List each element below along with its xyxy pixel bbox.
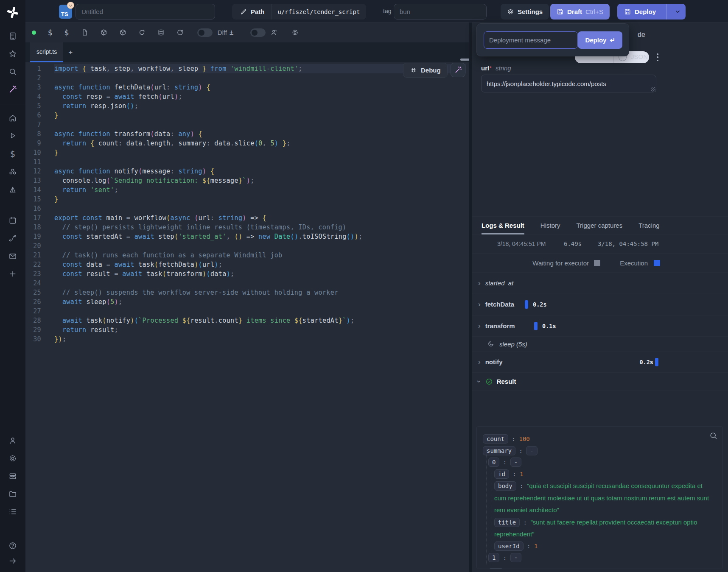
plus-icon: + (68, 48, 73, 57)
execution-bar (655, 358, 658, 366)
diff-toggle[interactable] (197, 28, 213, 37)
chevron-right-icon[interactable]: › (478, 301, 481, 308)
debug-button[interactable]: Debug (403, 63, 448, 78)
step-name: started_at (485, 279, 514, 287)
tab-tracing[interactable]: Tracing (638, 217, 659, 234)
script-summary-input[interactable] (76, 4, 215, 20)
chevron-right-icon[interactable]: › (478, 322, 481, 329)
variables-icon[interactable]: $ (10, 149, 15, 159)
flows-icon[interactable] (8, 234, 17, 243)
json-key-pill[interactable]: title (494, 518, 520, 527)
settings-gear-icon[interactable] (8, 454, 17, 463)
audit-logs-icon[interactable] (8, 508, 17, 516)
reload-icon[interactable] (176, 29, 184, 36)
pane-splitter[interactable] (469, 22, 472, 572)
edit-path-button[interactable]: Path (232, 4, 272, 20)
json-key-pill[interactable]: 1 (488, 553, 499, 562)
ts-label: TS (61, 11, 68, 17)
mail-icon[interactable] (8, 252, 17, 260)
workspace-icon[interactable] (8, 32, 17, 40)
url-arg-input[interactable] (481, 75, 656, 92)
user-icon[interactable] (8, 436, 17, 445)
tag-label: tag (383, 8, 391, 14)
ai-assistant-button[interactable] (451, 63, 465, 77)
schedules-icon[interactable] (8, 216, 17, 225)
path-label: Path (251, 8, 265, 15)
draft-label: Draft (567, 8, 582, 15)
chevron-right-icon[interactable]: › (478, 358, 481, 366)
json-key-pill[interactable]: 0 (488, 458, 499, 467)
step-row-result[interactable]: › Result (472, 373, 728, 391)
json-value[interactable]: - (510, 458, 521, 467)
add-item-icon[interactable] (8, 270, 17, 278)
json-value[interactable]: - (526, 446, 537, 455)
folders-icon[interactable] (8, 490, 17, 498)
save-icon (557, 8, 564, 15)
step-row-fetchdata[interactable]: › fetchData 0.2s (472, 293, 728, 315)
add-tab-button[interactable]: + (63, 42, 78, 62)
windmill-logo-icon[interactable] (6, 6, 20, 19)
package-icon[interactable] (100, 29, 107, 36)
expand-sidebar-icon[interactable] (8, 557, 17, 565)
sidebar: $ (0, 0, 25, 572)
tab-script-ts[interactable]: script.ts (30, 42, 63, 62)
code-lines[interactable]: import { task, step, workflow, sleep } f… (54, 64, 469, 344)
database-icon[interactable] (157, 29, 165, 36)
favorites-icon[interactable] (8, 50, 17, 58)
step-name: notify (485, 358, 503, 366)
collaborators-icon[interactable] (271, 29, 278, 36)
step-row-sleep: sleep (5s) (472, 337, 728, 352)
sidebar-divider (0, 104, 25, 104)
legend-execution-label: Execution (620, 259, 648, 267)
json-colon: : (515, 447, 526, 454)
path-group: Path u/rfiszel/tender_script (232, 4, 366, 20)
search-icon[interactable] (8, 67, 17, 76)
deploy-button[interactable]: Deploy (617, 4, 663, 20)
tab-trigger-captures[interactable]: Trigger captures (577, 217, 623, 234)
ai-wand-icon[interactable] (8, 85, 17, 94)
step-row-started-at[interactable]: › started_at (472, 273, 728, 293)
triggers-icon[interactable] (8, 186, 17, 194)
search-result-icon[interactable] (709, 432, 717, 440)
resources-icon[interactable] (8, 168, 17, 176)
json-key-pill[interactable]: summary (483, 446, 515, 455)
runs-icon[interactable] (8, 131, 17, 140)
tab-history[interactable]: History (540, 217, 560, 234)
script-file-icon[interactable] (81, 29, 88, 36)
infinite-loop-icon[interactable] (138, 29, 146, 36)
json-key-pill[interactable]: body (494, 481, 516, 491)
magic-wand-icon (454, 66, 462, 74)
chevron-right-icon[interactable]: › (478, 279, 481, 287)
json-key-pill[interactable]: userId (494, 541, 524, 551)
settings-button[interactable]: Settings (501, 4, 549, 20)
popup-deploy-button[interactable]: Deploy ↵ (578, 31, 622, 49)
json-value[interactable]: - (510, 553, 521, 562)
help-icon[interactable] (8, 541, 17, 550)
step-row-notify[interactable]: › notify 0.2s (472, 352, 728, 373)
editor-toolbar: $ $ Diff ± (25, 22, 469, 42)
tag-input[interactable] (394, 4, 487, 20)
settings-label: Settings (518, 8, 543, 15)
json-key-pill[interactable]: id (494, 469, 509, 479)
package-cache-icon[interactable] (119, 29, 126, 36)
popup-deploy-label: Deploy (585, 36, 606, 44)
kebab-menu-icon[interactable] (654, 53, 661, 62)
legend-waiting-swatch (594, 260, 600, 266)
code-editor[interactable]: 1234567891011121314151617181920212223242… (25, 62, 469, 572)
json-key-pill[interactable]: count (483, 434, 508, 444)
draft-button[interactable]: Draft Ctrl+S (550, 4, 610, 20)
step-row-transform[interactable]: › transform 0.1s (472, 315, 728, 337)
home-icon[interactable] (8, 114, 17, 122)
deployment-message-input[interactable] (484, 31, 578, 49)
resources-picker-icon[interactable]: $ (64, 28, 69, 37)
collaboration-toggle[interactable] (250, 28, 266, 37)
result-rows: count : 100summary : -0 : -id : 1body : … (477, 427, 722, 569)
input-resize-handle[interactable] (651, 87, 655, 92)
workers-icon[interactable] (8, 472, 17, 480)
tab-logs-result[interactable]: Logs & Result (482, 217, 524, 234)
editor-settings-gear-icon[interactable] (291, 29, 299, 36)
variables-picker-icon[interactable]: $ (48, 28, 53, 37)
chevron-down-icon[interactable]: › (476, 380, 483, 383)
deploy-dropdown-button[interactable] (670, 4, 686, 20)
json-key-pill[interactable] (488, 568, 504, 569)
